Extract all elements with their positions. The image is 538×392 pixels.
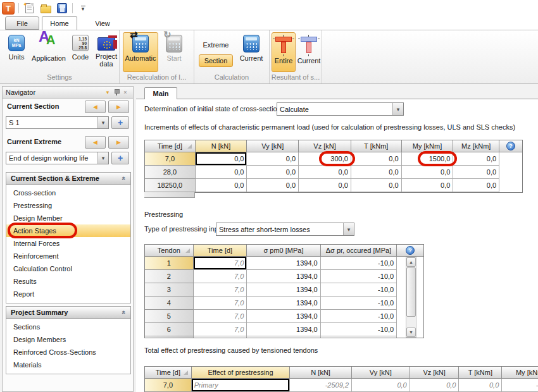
app-logo-icon[interactable]: T — [2, 2, 15, 15]
table-cell[interactable]: -2509,2 — [290, 379, 352, 392]
prev-extreme-button[interactable]: ◀ — [85, 136, 106, 149]
table-cell[interactable]: -10,0 — [321, 310, 397, 323]
column-header-mz[interactable]: Mz [kNm] — [453, 140, 499, 152]
extreme-button[interactable]: Extreme — [199, 39, 233, 51]
table-cell[interactable]: 0,0 — [352, 379, 410, 392]
nav-item-reinforcement[interactable]: Reinforcement — [6, 250, 130, 262]
table-cell-annotated[interactable]: 300,0 — [299, 152, 351, 166]
start-button[interactable]: ↻ Start — [160, 32, 189, 72]
nav-item-design-member[interactable]: Design Member — [6, 212, 130, 224]
row-header-cell[interactable]: 18250,0 — [145, 179, 196, 192]
row-header-cell[interactable]: 28,0 — [145, 166, 196, 179]
table-cell[interactable]: 1394,0 — [247, 323, 320, 336]
section-button[interactable]: Section — [199, 54, 233, 67]
table-cell[interactable]: 7,0 — [194, 270, 247, 283]
panel-menu-icon[interactable]: ▾ — [103, 89, 112, 95]
tab-view[interactable]: View — [82, 16, 123, 30]
table-cell-annotated[interactable]: 1500,0 — [402, 152, 454, 166]
add-extreme-button[interactable]: + — [111, 152, 129, 164]
column-header-n[interactable]: N [kN] — [196, 140, 247, 152]
column-header-delta-sigma[interactable]: Δσ pr, occured [MPa] — [321, 245, 397, 257]
vertical-scrollbar[interactable]: ▲ ▼ — [406, 257, 416, 338]
nav-item-reinforced-cross-sections[interactable]: Reinforced Cross-Sections — [6, 346, 130, 358]
table-cell[interactable]: 1394,0 — [247, 310, 320, 323]
table-cell[interactable]: 0,0 — [402, 179, 454, 192]
nav-item-sections[interactable]: Sections — [6, 321, 130, 333]
close-icon[interactable]: × — [121, 89, 130, 95]
column-header-time[interactable]: Time [d] — [145, 367, 192, 379]
table-cell[interactable]: 7,0 — [194, 336, 247, 338]
column-header-tendon[interactable]: Tendon — [145, 245, 194, 257]
pin-icon[interactable] — [112, 89, 121, 97]
table-cell[interactable]: 0,0 — [410, 379, 460, 392]
table-cell[interactable]: 0,0 — [196, 179, 247, 192]
table-cell[interactable]: 1394,0 — [247, 257, 320, 270]
project-data-button[interactable]: Project data — [94, 32, 119, 72]
open-button[interactable] — [39, 2, 52, 15]
row-header-cell[interactable]: 1 — [145, 257, 194, 270]
table-cell[interactable]: 7,0 — [194, 297, 247, 310]
initial-state-select[interactable]: Calculate ▾ — [277, 102, 404, 116]
nav-item-cross-section[interactable]: Cross-section — [6, 187, 130, 199]
scroll-up-button[interactable]: ▲ — [406, 257, 416, 267]
column-header-t[interactable]: T [kNm] — [459, 367, 502, 379]
table-cell[interactable]: 0,0 — [459, 379, 502, 392]
resultant-current-button[interactable]: Current — [296, 32, 322, 72]
code-button[interactable]: 1,15 90 25.8 Code — [67, 32, 94, 72]
new-document-button[interactable]: ✦ — [23, 2, 35, 15]
application-button[interactable]: A A Application — [30, 32, 67, 72]
row-header-cell[interactable]: 6 — [145, 323, 194, 336]
table-cell[interactable]: 0,0 — [453, 179, 499, 192]
group-header-project-summary[interactable]: Project Summary « — [6, 306, 131, 319]
table-cell[interactable]: 0,0 — [453, 152, 499, 166]
column-header-effect[interactable]: Effect of prestressing — [192, 367, 291, 379]
help-icon[interactable]: ? — [506, 142, 515, 150]
row-header-cell[interactable]: 4 — [145, 297, 194, 310]
table-cell[interactable]: 1394,0 — [247, 297, 320, 310]
next-extreme-button[interactable]: ▶ — [108, 136, 129, 149]
help-icon[interactable]: ? — [406, 246, 415, 255]
column-header-sigma-pm0[interactable]: σ pm0 [MPa] — [247, 245, 320, 257]
collapse-chevron-icon[interactable]: « — [120, 176, 128, 180]
table-cell[interactable]: -10,0 — [321, 297, 397, 310]
table-cell[interactable]: 0,0 — [299, 166, 351, 179]
table-cell[interactable]: 1394,0 — [247, 283, 320, 297]
table-cell[interactable]: 0,0 — [247, 166, 299, 179]
column-header-vz[interactable]: Vz [kN] — [410, 367, 460, 379]
row-header-cell[interactable]: 7,0 — [145, 152, 196, 166]
customize-toolbar-button[interactable]: ▾ — [77, 2, 89, 15]
prestressing-type-select[interactable]: Stress after short-term losses ▾ — [216, 223, 354, 236]
current-section-select[interactable]: S 1 ▾ — [6, 116, 109, 129]
nav-item-prestressing[interactable]: Prestressing — [6, 199, 130, 212]
table-cell[interactable]: 7,0 — [194, 323, 247, 336]
next-section-button[interactable]: ▶ — [108, 101, 129, 113]
table-cell[interactable]: 0,0 — [402, 166, 454, 179]
dropdown-arrow-icon[interactable]: ▾ — [97, 152, 108, 164]
nav-item-design-members[interactable]: Design Members — [6, 333, 130, 346]
row-header-cell[interactable]: 7,0 — [145, 379, 192, 392]
dropdown-arrow-icon[interactable]: ▾ — [392, 103, 403, 115]
table-cell[interactable]: -10,0 — [321, 323, 397, 336]
automatic-button[interactable]: ⇄ Automatic — [123, 32, 158, 72]
column-header-time[interactable]: Time [d] — [194, 245, 247, 257]
units-button[interactable]: kN MPa Units — [3, 32, 30, 72]
table-cell-selected[interactable]: 0,0 — [196, 152, 247, 166]
tab-file[interactable]: File — [5, 16, 39, 30]
table-cell[interactable]: 7,0 — [194, 310, 247, 323]
save-button[interactable] — [56, 2, 68, 15]
column-header-vy[interactable]: Vy [kN] — [352, 367, 410, 379]
scroll-down-button[interactable]: ▼ — [406, 328, 416, 337]
row-header-cell[interactable]: 3 — [145, 283, 194, 297]
nav-item-internal-forces[interactable]: Internal Forces — [6, 237, 130, 250]
column-header-vz[interactable]: Vz [kN] — [299, 140, 351, 152]
table-cell[interactable]: 0,0 — [351, 166, 402, 179]
row-header-cell[interactable]: 5 — [145, 310, 194, 323]
calc-current-button[interactable]: Current — [235, 32, 268, 72]
table-cell[interactable]: -1626, — [502, 379, 538, 392]
table-cell-selected[interactable]: 7,0 — [194, 257, 247, 270]
column-header-n[interactable]: N [kN] — [290, 367, 352, 379]
table-cell[interactable]: 1394,0 — [247, 336, 320, 338]
tab-home[interactable]: Home — [42, 16, 77, 30]
nav-item-materials[interactable]: Materials — [6, 358, 130, 371]
table-cell[interactable]: 0,0 — [351, 152, 402, 166]
